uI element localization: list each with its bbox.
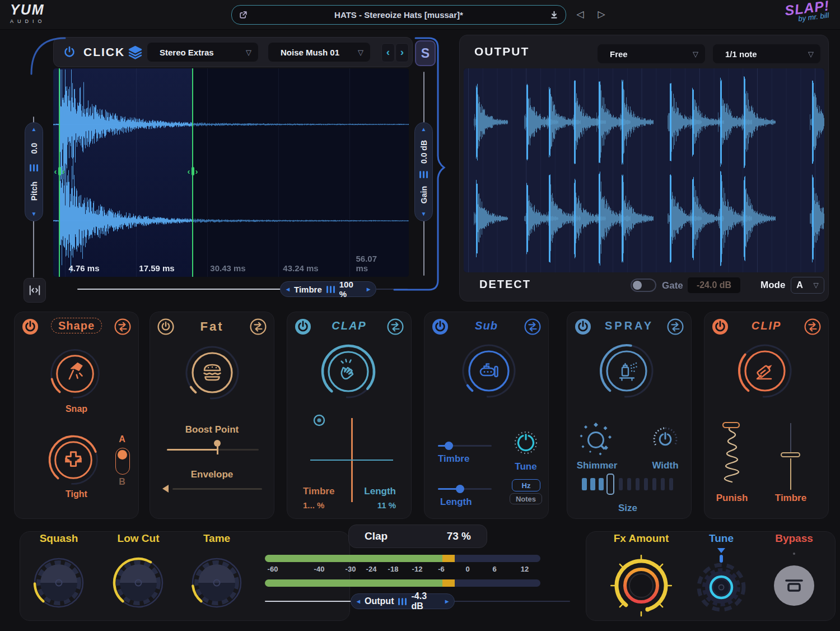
grip-icon[interactable] <box>326 286 335 293</box>
grip-icon[interactable] <box>398 598 407 605</box>
sample-start-marker[interactable]: ‹› <box>59 68 60 277</box>
squash-knob[interactable] <box>32 556 86 610</box>
prev-sample-button[interactable]: ‹ <box>381 43 395 62</box>
output-slider-track-dim[interactable] <box>454 601 570 602</box>
prev-preset-button[interactable]: ◁ <box>572 7 588 22</box>
bypass-indicator-dot <box>793 553 795 555</box>
tight-knob[interactable] <box>46 433 100 487</box>
clip-punish-handle[interactable] <box>723 423 739 428</box>
next-preset-button[interactable]: ▷ <box>594 7 609 22</box>
export-preset-icon[interactable] <box>239 10 248 20</box>
bypass-button[interactable] <box>774 565 814 606</box>
lowcut-knob[interactable] <box>111 556 165 610</box>
decrement-icon[interactable]: ◂ <box>357 597 360 605</box>
pitch-slider-pill[interactable]: ▲ 0.0 Pitch ▼ <box>25 122 43 221</box>
bypass-label: Bypass <box>755 532 833 545</box>
save-preset-icon[interactable] <box>549 10 559 20</box>
module-fat: Fat Boost Point Envelope <box>150 312 274 519</box>
clap-y-value: 11 % <box>353 500 396 510</box>
expand-view-button[interactable] <box>24 278 46 303</box>
sample-end-marker[interactable]: ‹› <box>192 68 193 277</box>
down-arrow-icon[interactable]: ▼ <box>421 211 427 217</box>
fat-ab-swap-icon[interactable] <box>250 318 267 335</box>
grip-icon[interactable] <box>30 164 38 171</box>
clip-timbre-handle[interactable] <box>781 452 800 457</box>
sub-unit-hz-button[interactable]: Hz <box>512 479 540 491</box>
ab-toggle[interactable] <box>115 448 130 475</box>
ab-toggle-knob[interactable] <box>118 450 127 460</box>
clap-link-radio-button[interactable] <box>313 414 325 426</box>
solo-badge[interactable]: S <box>415 40 436 66</box>
tune-knob[interactable] <box>694 560 748 614</box>
fat-knob[interactable] <box>183 344 241 402</box>
timbre-label: Timbre <box>294 285 322 294</box>
sub-knob[interactable] <box>460 342 518 400</box>
sub-timbre-handle[interactable] <box>445 442 453 450</box>
sub-ab-swap-icon[interactable] <box>524 318 541 335</box>
timbre-slider-track-dim[interactable] <box>376 289 408 290</box>
spray-size-handle[interactable] <box>606 474 614 495</box>
envelope-slider[interactable] <box>172 488 262 490</box>
tune-pointer-icon <box>717 548 725 553</box>
burger-icon <box>204 365 221 380</box>
clap-knob[interactable] <box>319 342 377 401</box>
spray-shimmer-knob[interactable] <box>577 422 614 459</box>
clip-ab-swap-icon[interactable] <box>804 318 821 335</box>
clip-knob[interactable] <box>736 342 794 400</box>
next-sample-button[interactable]: › <box>395 43 409 62</box>
output-slider-track[interactable] <box>265 601 352 602</box>
clip-punish-slider[interactable] <box>719 421 744 497</box>
click-sample-dropdown[interactable]: Noise Mush 01 ▽ <box>268 43 370 62</box>
click-layer-dropdown-value: Stereo Extras <box>160 48 214 57</box>
marker-handle-icon[interactable]: ‹› <box>185 166 200 176</box>
click-waveform-display[interactable]: ‹› ‹› 4.76 ms 17.59 ms 30.43 ms 43.24 ms… <box>53 68 409 277</box>
layers-icon[interactable] <box>128 45 143 60</box>
boost-point-handle[interactable] <box>214 440 221 447</box>
sync-dropdown[interactable]: Free ▽ <box>598 44 705 63</box>
spray-knob[interactable] <box>598 342 656 400</box>
chevron-down-icon: ▽ <box>808 50 814 58</box>
timbre-slider-pill[interactable]: ◂ Timbre 100 % ▸ <box>280 281 376 297</box>
gate-toggle[interactable] <box>631 279 656 292</box>
clip-timbre-rail-top[interactable] <box>790 423 791 453</box>
boost-point-handle-stem[interactable] <box>217 446 218 454</box>
grip-icon[interactable] <box>419 171 428 178</box>
increment-icon[interactable]: ▸ <box>445 597 449 605</box>
clap-x-label: Timbre <box>303 486 334 497</box>
gain-slider-pill[interactable]: ▲ 0.0 dB Gain ▼ <box>414 122 433 221</box>
gate-threshold-value[interactable]: -24.0 dB <box>688 277 740 293</box>
tighten-icon <box>66 452 82 466</box>
up-arrow-icon[interactable]: ▲ <box>31 127 37 132</box>
snap-knob[interactable] <box>48 347 102 401</box>
sub-tune-knob[interactable] <box>510 427 542 458</box>
preset-name[interactable]: HATS - Stereoize Hats [mussar]* <box>248 10 549 20</box>
time-label: 43.24 ms <box>283 263 318 273</box>
decrement-icon[interactable]: ◂ <box>286 285 290 293</box>
preset-bar[interactable]: HATS - Stereoize Hats [mussar]* <box>231 5 566 25</box>
timbre-slider-track[interactable] <box>77 289 281 290</box>
tame-knob[interactable] <box>190 556 244 610</box>
marker-handle-icon[interactable]: ‹› <box>53 166 67 176</box>
spray-ab-swap-icon[interactable] <box>667 318 684 335</box>
note-dropdown[interactable]: 1/1 note ▽ <box>713 44 820 63</box>
clap-ab-swap-icon[interactable] <box>387 318 404 335</box>
sub-length-handle[interactable] <box>456 485 464 493</box>
meter-bar-left <box>265 555 540 562</box>
down-arrow-icon[interactable]: ▼ <box>31 211 37 217</box>
up-arrow-icon[interactable]: ▲ <box>421 127 427 132</box>
sub-unit-notes-button[interactable]: Notes <box>510 493 542 504</box>
brand-top: YUM <box>10 3 46 17</box>
clip-timbre-rail-bottom[interactable] <box>790 458 791 490</box>
click-layer-dropdown[interactable]: Stereo Extras ▽ <box>147 43 258 62</box>
fx-amount-knob[interactable] <box>610 555 672 616</box>
shape-ab-swap-icon[interactable] <box>114 318 131 335</box>
click-power-button[interactable] <box>62 44 77 60</box>
output-gain-pill[interactable]: ◂ Output -4.3 dB ▸ <box>351 593 455 609</box>
clap-xy-length-axis[interactable] <box>310 460 393 461</box>
increment-icon[interactable]: ▸ <box>367 285 370 293</box>
envelope-handle[interactable] <box>162 485 169 493</box>
spray-width-knob[interactable] <box>650 424 681 455</box>
gate-toggle-knob[interactable] <box>633 281 642 290</box>
mode-dropdown[interactable]: A ▽ <box>791 277 824 294</box>
time-label: 4.76 ms <box>68 263 99 273</box>
